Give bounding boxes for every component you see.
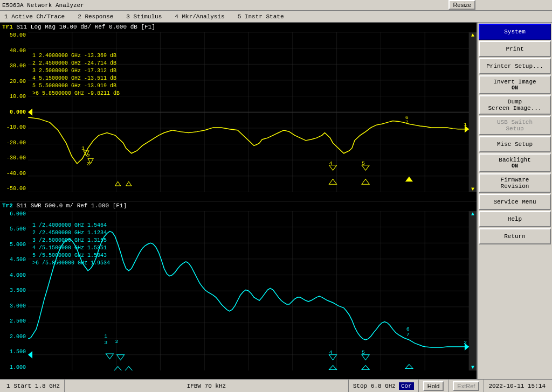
y-top-label-7: -20.00 [1,140,26,146]
status-hold[interactable]: Hold [419,380,449,392]
chart-top-params: S11 Log Mag 10.00 dB/ Ref 0.000 dB [F1] [16,24,155,30]
btn-printer-setup[interactable]: Printer Setup... [479,58,551,74]
svg-marker-66 [117,354,125,360]
chart-bottom-marker-data: 1 /2.4000000 GHz 1.5464 2 /2.4500000 GHz… [32,222,110,267]
marker-2: 2 2.4500000 GHz -24.714 dB [32,60,120,67]
y-top-label-2: 30.00 [1,63,26,69]
svg-marker-75 [114,366,122,370]
status-extref[interactable]: ExtRef [448,380,484,392]
svg-text:5: 5 [362,160,365,166]
menu-mkr-analysis[interactable]: 4 Mkr/Analysis [172,12,226,21]
svg-text:4: 4 [329,349,332,355]
menu-instr-state[interactable]: 5 Instr State [236,12,286,21]
chart-area: Tr1 S11 Log Mag 10.00 dB/ Ref 0.000 dB [… [0,23,477,379]
marker-b2: 2 /2.4500000 GHz 1.1234 [32,229,110,237]
btn-firmware[interactable]: Firmware Revision [479,173,551,193]
btn-dump-screen[interactable]: Dump Screen Image... [479,95,551,115]
btn-invert-image[interactable]: Invert Image ON [479,75,551,94]
status-start: 1 Start 1.8 GHz [2,380,65,392]
y-top-label-3: 20.00 [1,79,26,85]
chart-bottom-params: S11 SWR 500.0 m/ Ref 1.000 [F1] [16,202,127,209]
y-top-label-5: 0.000 [1,109,26,115]
marker-b5: 5 /5.5000000 GHz 1.5043 [32,252,110,260]
y-bot-label-3: 4.500 [1,257,26,263]
y-bot-label-6: 3.000 [1,303,26,309]
y-top-label-4: 10.00 [1,94,26,100]
svg-text:1: 1 [104,333,107,339]
svg-marker-76 [125,366,133,370]
svg-text:4: 4 [329,160,332,166]
svg-marker-77 [329,365,336,369]
marker-5: 5 5.5000000 GHz -13.919 dB [32,82,120,90]
svg-text:3: 3 [104,340,107,346]
y-top-label-10: -50.00 [1,186,26,192]
status-stop: Stop 6.8 GHz Cor [349,380,419,392]
menubar: 1 Active Ch/Trace 2 Response 3 Stimulus … [0,11,552,23]
statusbar: 1 Start 1.8 GHz IFBW 70 kHz Stop 6.8 GHz… [0,379,552,392]
svg-marker-35 [115,181,121,186]
right-panel: System Print Printer Setup... Invert Ima… [477,23,552,379]
btn-system[interactable]: System [479,24,551,40]
menu-response[interactable]: 2 Response [75,12,115,21]
btn-misc-setup[interactable]: Misc Setup [479,136,551,152]
marker-b1: 1 /2.4000000 GHz 1.5464 [32,222,110,229]
menu-active-ch[interactable]: 1 Active Ch/Trace [2,12,67,21]
cor-badge: Cor [399,382,414,390]
y-top-label-8: -30.00 [1,155,26,161]
menu-stimulus[interactable]: 3 Stimulus [124,12,164,21]
svg-marker-37 [329,179,336,185]
y-top-label-0: 50.00 [1,32,26,38]
btn-return[interactable]: Return [479,228,551,244]
svg-marker-36 [126,181,132,186]
svg-text:2: 2 [87,153,90,159]
chart-top: Tr1 S11 Log Mag 10.00 dB/ Ref 0.000 dB [… [0,23,477,201]
y-top-label-9: -40.00 [1,171,26,177]
svg-text:2: 2 [115,339,119,345]
status-datetime: 2022-10-11 15:14 [484,380,550,392]
svg-text:5: 5 [362,349,365,355]
y-bot-label-0: 6.000 [1,211,26,217]
tr2-label: Tr2 [2,202,13,209]
svg-text:7: 7 [405,120,409,125]
btn-help[interactable]: Help [479,211,551,227]
marker-1: 1 2.4000000 GHz -13.369 dB [32,52,120,60]
svg-text:3: 3 [87,161,90,167]
y-top-label-6: -10.00 [1,124,26,130]
y-top-label-1: 40.00 [1,48,26,54]
y-bot-label-9: 1.500 [1,349,26,355]
main-content: Tr1 S11 Log Mag 10.00 dB/ Ref 0.000 dB [… [0,23,552,379]
chart-bottom-header: Tr2 S11 SWR 500.0 m/ Ref 1.000 [F1] [0,201,477,210]
marker-b6: >6 /5.8500000 GHz 1.9534 [32,260,110,267]
svg-marker-38 [362,179,369,185]
svg-text:1: 1 [464,122,467,128]
svg-text:2: 2 [464,340,467,346]
scroll-up-bottom[interactable]: ▲ [471,211,474,217]
svg-text:7: 7 [406,332,410,338]
y-bot-label-1: 5.500 [1,226,26,232]
y-bot-label-4: 4.000 [1,272,26,278]
svg-marker-21 [28,109,32,116]
marker-4: 4 5.1500000 GHz -13.511 dB [32,75,120,82]
marker-b4: 4 /5.1500000 GHz 1.5351 [32,244,110,252]
marker-3: 3 2.5000000 GHz -17.312 dB [32,67,120,75]
scroll-down-top[interactable]: ▼ [471,186,474,192]
hold-button[interactable]: Hold [423,381,444,391]
scroll-down-bottom[interactable]: ▼ [471,365,474,370]
extref-button[interactable]: ExtRef [453,381,479,391]
btn-service-menu[interactable]: Service Menu [479,194,551,210]
y-bot-label-2: 5.000 [1,242,26,248]
btn-usb-switch[interactable]: USB Switch Setup [479,116,551,135]
resize-button[interactable]: Resize [448,0,475,10]
app-title: E5063A Network Analyzer [2,2,84,9]
svg-marker-64 [106,353,113,359]
y-bot-label-10: 1.000 [1,365,26,370]
y-bot-label-7: 2.500 [1,318,26,324]
chart-bottom: Tr2 S11 SWR 500.0 m/ Ref 1.000 [F1] 6.00… [0,201,477,380]
svg-marker-79 [405,364,413,368]
status-ifbw: IFBW 70 kHz [65,380,349,392]
scroll-up-top[interactable]: ▲ [471,32,474,38]
svg-text:1: 1 [81,145,85,151]
btn-print[interactable]: Print [479,41,551,57]
btn-backlight[interactable]: Backlight ON [479,153,551,172]
y-bot-label-8: 2.000 [1,334,26,340]
